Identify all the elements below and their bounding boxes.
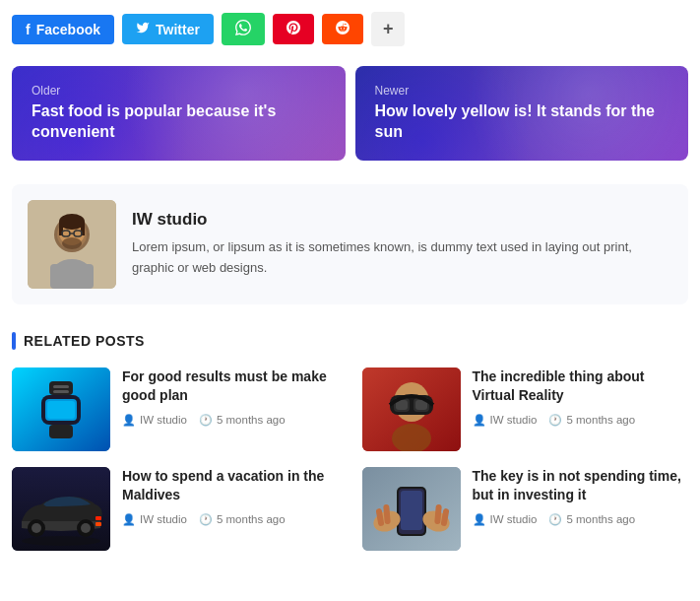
svg-rect-16	[47, 401, 75, 419]
svg-rect-35	[95, 516, 101, 520]
post-info-3: How to spend a vacation in the Maldives …	[122, 467, 339, 526]
svg-rect-18	[49, 425, 73, 438]
related-post-3[interactable]: How to spend a vacation in the Maldives …	[12, 467, 339, 551]
post-thumb-3	[12, 467, 110, 551]
post-info-4: The key is in not spending time, but in …	[473, 467, 689, 526]
svg-rect-36	[95, 522, 101, 526]
pinterest-icon	[286, 21, 300, 37]
svg-rect-19	[53, 385, 69, 388]
author-bio: Lorem ipsum, or lipsum as it is sometime…	[132, 237, 672, 279]
user-icon-4: 👤	[473, 513, 486, 526]
post-thumb-2	[362, 367, 461, 451]
svg-rect-40	[401, 491, 422, 530]
post-navigation: Older Fast food is popular because it's …	[12, 66, 688, 161]
svg-point-7	[62, 237, 82, 249]
post-thumb-4	[362, 467, 461, 551]
post-meta-1: 👤 IW studio 🕐 5 months ago	[122, 414, 339, 427]
post-author-2: 👤 IW studio	[473, 414, 538, 427]
svg-point-30	[22, 536, 100, 546]
author-box: IW studio Lorem ipsum, or lipsum as it i…	[12, 184, 688, 304]
user-icon-1: 👤	[122, 414, 136, 427]
svg-rect-12	[50, 264, 94, 289]
more-share-button[interactable]: +	[371, 12, 406, 46]
post-title-4: The key is in not spending time, but in …	[473, 467, 689, 505]
author-info: IW studio Lorem ipsum, or lipsum as it i…	[132, 210, 672, 279]
post-time-1: 🕐 5 months ago	[199, 414, 286, 427]
post-meta-3: 👤 IW studio 🕐 5 months ago	[122, 513, 339, 526]
svg-point-32	[32, 523, 41, 533]
older-post-link[interactable]: Older Fast food is popular because it's …	[12, 66, 346, 161]
user-icon-2: 👤	[473, 414, 486, 427]
post-meta-2: 👤 IW studio 🕐 5 months ago	[473, 414, 689, 427]
post-author-1: 👤 IW studio	[122, 414, 187, 427]
post-title-2: The incredible thing about Virtual Reali…	[473, 367, 689, 406]
pinterest-share-button[interactable]	[273, 14, 314, 44]
social-share-bar: f Facebook Twitter +	[12, 12, 688, 46]
clock-icon-4: 🕐	[548, 513, 562, 526]
older-label: Older	[32, 84, 326, 98]
post-title-3: How to spend a vacation in the Maldives	[122, 467, 339, 505]
newer-post-link[interactable]: Newer How lovely yellow is! It stands fo…	[355, 66, 689, 161]
clock-icon-3: 🕐	[199, 513, 213, 526]
post-time-2: 🕐 5 months ago	[548, 414, 635, 427]
more-icon: +	[383, 19, 394, 39]
author-avatar	[28, 200, 116, 289]
svg-point-34	[81, 523, 91, 533]
post-time-4: 🕐 5 months ago	[548, 513, 635, 526]
twitter-label: Twitter	[156, 22, 200, 37]
svg-rect-20	[53, 390, 69, 393]
facebook-icon: f	[26, 22, 31, 37]
post-title-1: For good results must be make good plan	[122, 367, 339, 406]
whatsapp-share-button[interactable]	[222, 13, 265, 45]
clock-icon-2: 🕐	[548, 414, 562, 427]
post-author-4: 👤 IW studio	[473, 513, 538, 526]
newer-label: Newer	[375, 84, 669, 98]
user-icon-3: 👤	[122, 513, 136, 526]
twitter-share-button[interactable]: Twitter	[122, 14, 214, 44]
related-posts-section: RELATED POSTS	[12, 332, 688, 551]
whatsapp-icon	[235, 20, 251, 38]
post-thumb-1	[12, 367, 110, 451]
older-post-title: Fast food is popular because it's conven…	[32, 101, 326, 143]
reddit-share-button[interactable]	[322, 14, 363, 44]
facebook-label: Facebook	[36, 22, 100, 37]
post-time-3: 🕐 5 months ago	[199, 513, 286, 526]
twitter-icon	[136, 21, 150, 37]
reddit-icon	[336, 21, 350, 37]
related-post-2[interactable]: The incredible thing about Virtual Reali…	[362, 367, 689, 451]
post-meta-4: 👤 IW studio 🕐 5 months ago	[473, 513, 689, 526]
author-name: IW studio	[132, 210, 672, 230]
related-posts-title: RELATED POSTS	[12, 332, 688, 350]
related-posts-grid: For good results must be make good plan …	[12, 367, 688, 551]
post-info-1: For good results must be make good plan …	[122, 367, 339, 427]
related-post-1[interactable]: For good results must be make good plan …	[12, 367, 339, 451]
clock-icon-1: 🕐	[199, 414, 213, 427]
post-author-3: 👤 IW studio	[122, 513, 187, 526]
post-info-2: The incredible thing about Virtual Reali…	[473, 367, 689, 427]
facebook-share-button[interactable]: f Facebook	[12, 15, 114, 44]
newer-post-title: How lovely yellow is! It stands for the …	[375, 101, 669, 143]
related-post-4[interactable]: The key is in not spending time, but in …	[362, 467, 689, 551]
